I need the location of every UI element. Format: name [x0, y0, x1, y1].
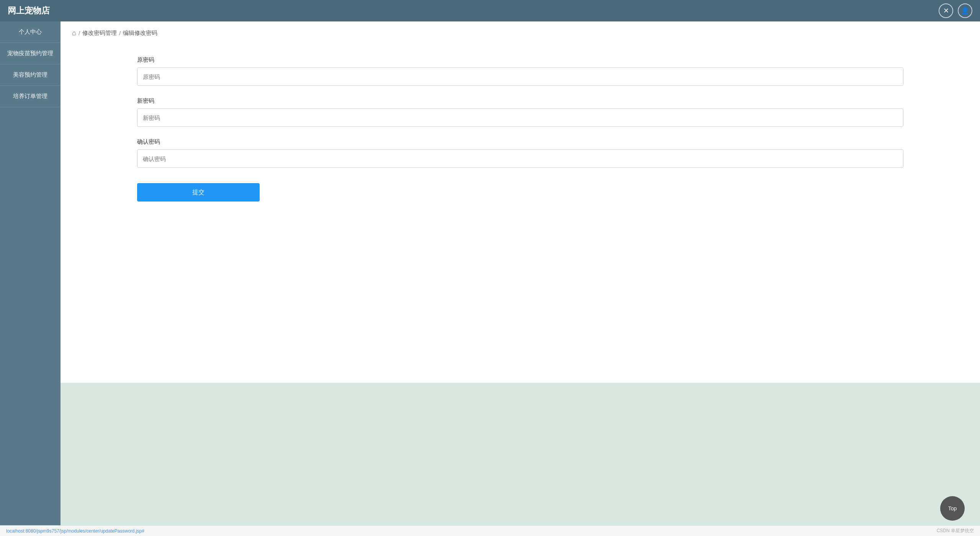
confirm-password-label: 确认密码 — [137, 138, 903, 146]
old-password-group: 原密码 — [137, 56, 903, 86]
old-password-input[interactable] — [137, 67, 903, 86]
sidebar-item-personal[interactable]: 个人中心 — [0, 21, 61, 43]
breadcrumb: ⌂ / 修改密码管理 / 编辑修改密码 — [61, 21, 980, 45]
form-area: 原密码 新密码 确认密码 提交 — [61, 45, 980, 383]
new-password-input[interactable] — [137, 108, 903, 127]
breadcrumb-sep1: / — [79, 30, 80, 36]
sidebar-item-beauty[interactable]: 美容预约管理 — [0, 64, 61, 86]
main-content: ⌂ / 修改密码管理 / 编辑修改密码 原密码 新密码 确认密码 提交 — [61, 21, 980, 536]
url-display: localhost:8080/jspm9s757/jsp/modules/cen… — [6, 528, 144, 534]
breadcrumb-page: 编辑修改密码 — [123, 30, 157, 37]
sidebar: 个人中心 宠物疫苗预约管理 美容预约管理 培养订单管理 — [0, 21, 61, 536]
new-password-group: 新密码 — [137, 97, 903, 127]
sidebar-item-training[interactable]: 培养订单管理 — [0, 86, 61, 107]
csdn-label: CSDN 幸星梦统空 — [937, 528, 974, 534]
header-icons: ✕ 👤 — [939, 3, 972, 18]
home-icon: ⌂ — [72, 29, 76, 37]
submit-button[interactable]: 提交 — [137, 183, 260, 202]
layout: 个人中心 宠物疫苗预约管理 美容预约管理 培养订单管理 ⌂ / 修改密码管理 /… — [0, 21, 980, 536]
old-password-label: 原密码 — [137, 56, 903, 64]
breadcrumb-section: 修改密码管理 — [82, 30, 117, 37]
user-button[interactable]: 👤 — [958, 3, 972, 18]
bottom-bar: localhost:8080/jspm9s757/jsp/modules/cen… — [0, 525, 980, 536]
confirm-password-group: 确认密码 — [137, 138, 903, 168]
sidebar-item-vaccine[interactable]: 宠物疫苗预约管理 — [0, 43, 61, 64]
breadcrumb-sep2: / — [119, 30, 121, 36]
footer-area — [61, 383, 980, 536]
top-button[interactable]: Top — [940, 496, 965, 521]
confirm-password-input[interactable] — [137, 149, 903, 168]
new-password-label: 新密码 — [137, 97, 903, 105]
site-title: 网上宠物店 — [8, 5, 50, 16]
close-button[interactable]: ✕ — [939, 3, 953, 18]
header: 网上宠物店 ✕ 👤 — [0, 0, 980, 21]
